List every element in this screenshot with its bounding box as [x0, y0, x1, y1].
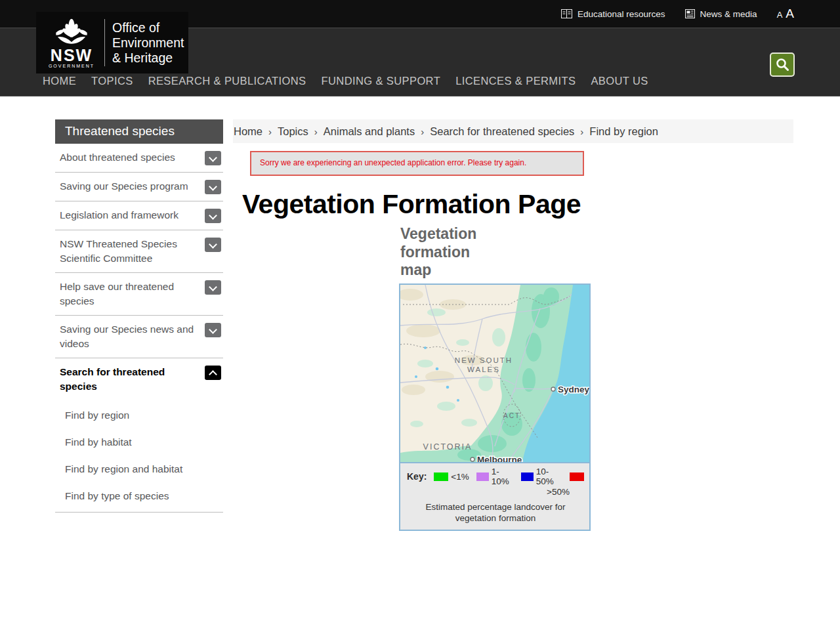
- sidebar-item-nsw-threatened-species-scientific-committee[interactable]: NSW Threatened Species Scientific Commit…: [55, 230, 223, 273]
- search-icon: [776, 58, 789, 72]
- breadcrumb-search-for-threatened-species[interactable]: Search for threatened species: [430, 125, 574, 138]
- sidebar-subitem-find-by-region[interactable]: Find by region: [55, 402, 223, 429]
- map-legend: Key: <1% 1-10% 10-50% >50% Estimated per…: [400, 462, 589, 530]
- nav-item-research-publications[interactable]: RESEARCH & PUBLICATIONS: [148, 74, 306, 87]
- chevron-down-icon[interactable]: [205, 180, 221, 194]
- chevron-down-icon[interactable]: [205, 280, 221, 295]
- sidebar-subitem-find-by-region-and-habitat[interactable]: Find by region and habitat: [55, 455, 223, 482]
- font-size-controls: A A: [777, 7, 794, 21]
- logo-divider: [104, 19, 105, 66]
- breadcrumb-separator: ›: [268, 126, 272, 137]
- breadcrumb-find-by-region: Find by region: [589, 125, 658, 138]
- breadcrumb-separator: ›: [580, 126, 583, 137]
- font-size-increase-button[interactable]: A: [786, 7, 794, 21]
- page-title: Vegetation Formation Page: [242, 189, 581, 220]
- font-size-decrease-button[interactable]: A: [777, 10, 783, 20]
- breadcrumb-separator: ›: [314, 126, 318, 137]
- book-icon: [561, 9, 572, 18]
- map[interactable]: NEW SOUTH WALES ACT VICTORIA Sydney Melb…: [400, 285, 589, 462]
- news-media-link[interactable]: News & media: [685, 9, 757, 19]
- sidebar-item-saving-our-species-program[interactable]: Saving our Species program: [55, 173, 223, 201]
- sidebar-item-about-threatened-species[interactable]: About threatened species: [55, 144, 223, 173]
- threatened-species-sidebar: Threatened species About threatened spec…: [55, 119, 223, 513]
- legend-swatch-purple: [476, 472, 489, 481]
- chevron-down-icon[interactable]: [205, 151, 221, 165]
- nav-item-funding-support[interactable]: FUNDING & SUPPORT: [322, 74, 441, 87]
- breadcrumb-separator: ›: [421, 126, 424, 137]
- sidebar-subitems: Find by region Find by habitat Find by r…: [55, 400, 223, 513]
- application-error-banner: Sorry we are experiencing an unexpected …: [250, 151, 584, 176]
- map-label-sydney: Sydney: [558, 385, 589, 394]
- logo-acronym: NSW: [51, 47, 93, 63]
- breadcrumb-topics[interactable]: Topics: [278, 125, 308, 138]
- nav-item-home[interactable]: HOME: [43, 74, 76, 87]
- nav-item-about-us[interactable]: ABOUT US: [591, 74, 648, 87]
- map-label-melbourne: Melbourne: [477, 455, 522, 462]
- newspaper-icon: [685, 9, 695, 18]
- breadcrumb-home[interactable]: Home: [234, 125, 262, 138]
- waratah-flower-icon: [50, 17, 93, 47]
- sidebar-item-legislation-and-framework[interactable]: Legislation and framework: [55, 201, 223, 230]
- sidebar-subitem-find-by-type-of-species[interactable]: Find by type of species: [55, 482, 223, 509]
- chevron-down-icon[interactable]: [205, 323, 221, 337]
- legend-entry-label-over-50: >50%: [407, 487, 584, 497]
- legend-caption: Estimated percentage landcover for veget…: [407, 501, 584, 524]
- legend-swatch-red: [570, 472, 584, 481]
- map-label-victoria: VICTORIA: [423, 442, 472, 452]
- sidebar-title: Threatened species: [55, 119, 223, 144]
- breadcrumb: Home › Topics › Animals and plants › Sea…: [233, 119, 793, 143]
- sidebar-item-help-save-our-threatened-species[interactable]: Help save our threatened species: [55, 273, 223, 316]
- map-label-nsw-line2: WALES: [467, 366, 500, 373]
- logo-department-name: Office of Environment & Heritage: [112, 20, 184, 66]
- breadcrumb-animals-and-plants[interactable]: Animals and plants: [324, 125, 415, 138]
- sidebar-item-saving-our-species-news-and-videos[interactable]: Saving our Species news and videos: [55, 316, 223, 358]
- legend-entry: <1%: [434, 472, 469, 482]
- chevron-down-icon[interactable]: [205, 209, 221, 223]
- logo-government-label: GOVERNMENT: [49, 64, 94, 68]
- news-media-label: News & media: [700, 9, 757, 19]
- legend-swatch-green: [434, 472, 448, 481]
- legend-entry: [570, 472, 584, 481]
- nsw-government-logo: NSW GOVERNMENT: [44, 17, 99, 68]
- educational-resources-label: Educational resources: [578, 9, 665, 19]
- chevron-up-icon[interactable]: [205, 366, 221, 380]
- map-label-nsw-line1: NEW SOUTH: [455, 356, 513, 364]
- legend-entry: 10-50%: [521, 467, 562, 486]
- nsw-oeh-logo[interactable]: NSW GOVERNMENT Office of Environment & H…: [36, 12, 188, 74]
- nav-item-licences-permits[interactable]: LICENCES & PERMITS: [455, 74, 576, 87]
- educational-resources-link[interactable]: Educational resources: [561, 9, 665, 19]
- map-heading: Vegetation formation map: [400, 225, 499, 280]
- vegetation-formation-map-widget: NEW SOUTH WALES ACT VICTORIA Sydney Melb…: [399, 284, 591, 531]
- chevron-down-icon[interactable]: [205, 238, 221, 252]
- legend-key-label: Key:: [407, 471, 427, 482]
- primary-nav: HOME TOPICS RESEARCH & PUBLICATIONS FUND…: [43, 74, 648, 87]
- melbourne-marker-icon: [471, 457, 474, 461]
- sydney-marker-icon: [551, 387, 555, 391]
- nav-item-topics[interactable]: TOPICS: [91, 74, 133, 87]
- sidebar-item-search-for-threatened-species[interactable]: Search for threatened species: [55, 358, 223, 400]
- legend-entry: 1-10%: [476, 467, 514, 486]
- map-label-act: ACT: [503, 412, 520, 419]
- sidebar-subitem-find-by-habitat[interactable]: Find by habitat: [55, 429, 223, 455]
- search-button[interactable]: [770, 52, 795, 77]
- legend-swatch-blue: [521, 472, 534, 481]
